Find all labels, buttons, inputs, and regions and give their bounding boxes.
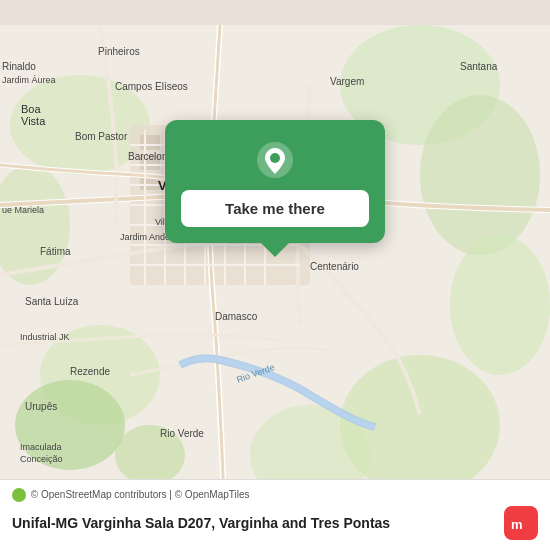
svg-text:Fátima: Fátima: [40, 246, 71, 257]
svg-text:Urupês: Urupês: [25, 401, 57, 412]
map-container: Boa Vista Pinheiros Rinaldo Jardim Áurea…: [0, 0, 550, 550]
svg-text:Conceição: Conceição: [20, 454, 63, 464]
svg-text:Campos Elíseos: Campos Elíseos: [115, 81, 188, 92]
map-background: Boa Vista Pinheiros Rinaldo Jardim Áurea…: [0, 0, 550, 550]
svg-text:m: m: [511, 517, 523, 532]
svg-text:Rinaldo: Rinaldo: [2, 61, 36, 72]
svg-point-68: [270, 153, 280, 163]
svg-point-2: [420, 95, 540, 255]
svg-text:Vargem: Vargem: [330, 76, 364, 87]
svg-text:Industrial JK: Industrial JK: [20, 332, 70, 342]
svg-rect-10: [140, 135, 160, 150]
map-attribution: © OpenStreetMap contributors | © OpenMap…: [12, 488, 538, 502]
svg-text:Jardim Áurea: Jardim Áurea: [2, 75, 56, 85]
svg-text:Boa: Boa: [21, 103, 41, 115]
svg-text:Bom Pastor: Bom Pastor: [75, 131, 128, 142]
moovit-logo: m: [504, 506, 538, 540]
svg-text:Santana: Santana: [460, 61, 498, 72]
svg-text:Damasco: Damasco: [215, 311, 258, 322]
svg-text:Pinheiros: Pinheiros: [98, 46, 140, 57]
moovit-logo-icon: m: [504, 506, 538, 540]
svg-text:Rezende: Rezende: [70, 366, 110, 377]
openstreetmap-logo: [12, 488, 26, 502]
bottom-bar: © OpenStreetMap contributors | © OpenMap…: [0, 479, 550, 550]
svg-text:Santa Luíza: Santa Luíza: [25, 296, 79, 307]
svg-text:Imaculada: Imaculada: [20, 442, 62, 452]
svg-text:Centenário: Centenário: [310, 261, 359, 272]
destination-text: Unifal-MG Varginha Sala D207, Varginha a…: [12, 515, 494, 531]
svg-text:Vista: Vista: [21, 115, 46, 127]
take-me-there-button[interactable]: Take me there: [181, 190, 369, 227]
popup-card: Take me there: [165, 120, 385, 243]
destination-row: Unifal-MG Varginha Sala D207, Varginha a…: [12, 506, 538, 540]
svg-point-3: [450, 235, 550, 375]
svg-text:Rio Verde: Rio Verde: [160, 428, 204, 439]
svg-text:ue Mariela: ue Mariela: [2, 205, 44, 215]
location-pin-icon: [255, 140, 295, 180]
